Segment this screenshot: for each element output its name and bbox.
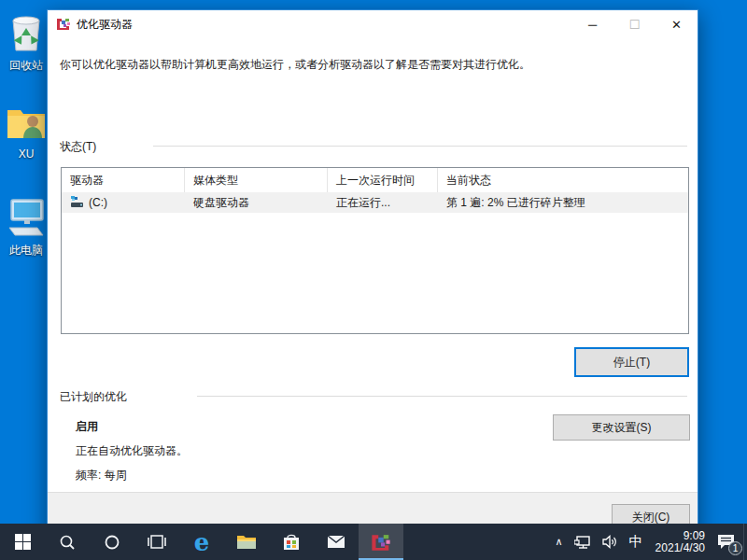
- network-icon[interactable]: [571, 524, 594, 560]
- task-view-icon: [148, 534, 166, 550]
- system-tray: ∧ 中 9:09 2021/4/30: [553, 524, 738, 560]
- this-pc-icon: [0, 198, 52, 240]
- volume-icon[interactable]: [599, 524, 621, 560]
- status-group-rule: [153, 146, 687, 147]
- column-header-current-status[interactable]: 当前状态: [438, 168, 660, 192]
- defragment-icon: [371, 531, 391, 552]
- schedule-detail: 正在自动优化驱动器。: [76, 443, 188, 459]
- mail-icon: [327, 535, 345, 549]
- edge-icon: e: [194, 530, 210, 554]
- start-button[interactable]: [0, 524, 45, 560]
- minimize-button[interactable]: ─: [571, 10, 613, 38]
- recycle-bin-icon: [0, 11, 52, 55]
- search-icon: [59, 534, 76, 551]
- task-view-button[interactable]: [134, 524, 179, 560]
- last-run-cell: 正在运行...: [328, 195, 438, 211]
- notification-badge: 1: [728, 541, 742, 555]
- action-center-button[interactable]: 1: [714, 524, 738, 560]
- search-button[interactable]: [45, 524, 90, 560]
- store-icon: [283, 533, 300, 551]
- mail-button[interactable]: [314, 524, 359, 560]
- cortana-button[interactable]: [90, 524, 134, 560]
- desktop-icon-recycle-bin[interactable]: 回收站: [0, 11, 52, 74]
- desktop: 回收站 XU 此电脑: [0, 0, 747, 560]
- stop-button[interactable]: 停止(T): [575, 348, 688, 376]
- title-bar[interactable]: 优化驱动器 ─ ☐ ✕: [48, 10, 698, 38]
- file-explorer-icon: [236, 534, 257, 551]
- media-type-cell: 硬盘驱动器: [185, 195, 328, 211]
- drives-table[interactable]: 驱动器 媒体类型 上一次运行时间 当前状态: [61, 167, 689, 334]
- windows-logo-icon: [15, 534, 31, 550]
- app-defrag-icon: [56, 16, 71, 34]
- table-header-row: 驱动器 媒体类型 上一次运行时间 当前状态: [62, 168, 688, 192]
- edge-button[interactable]: e: [179, 524, 224, 560]
- show-desktop-button[interactable]: [743, 524, 747, 560]
- desktop-icon-label: XU: [19, 147, 35, 161]
- change-settings-button[interactable]: 更改设置(S): [553, 414, 690, 441]
- current-status-cell: 第 1 遍: 2% 已进行碎片整理: [438, 195, 660, 211]
- description-text: 你可以优化驱动器以帮助计算机更高效地运行，或者分析驱动器以了解是否需要对其进行优…: [60, 57, 676, 73]
- window-body: 你可以优化驱动器以帮助计算机更高效地运行，或者分析驱动器以了解是否需要对其进行优…: [48, 38, 698, 503]
- hard-drive-icon: [70, 195, 84, 211]
- desktop-icon-label: 回收站: [9, 59, 43, 72]
- close-window-button[interactable]: ✕: [655, 10, 698, 38]
- schedule-group-label: 已计划的优化: [60, 389, 127, 405]
- store-button[interactable]: [269, 524, 314, 560]
- maximize-button: ☐: [613, 10, 655, 38]
- taskbar: e: [0, 524, 747, 560]
- column-header-last-run[interactable]: 上一次运行时间: [328, 168, 438, 192]
- desktop-icon-label: 此电脑: [9, 244, 43, 257]
- clock-time: 9:09: [655, 530, 705, 542]
- desktop-icon-user-folder[interactable]: XU: [0, 105, 52, 161]
- table-row[interactable]: (C:) 硬盘驱动器 正在运行... 第 1 遍: 2% 已进行碎片整理: [62, 192, 688, 213]
- desktop-icon-this-pc[interactable]: 此电脑: [0, 198, 52, 259]
- column-header-media-type[interactable]: 媒体类型: [185, 168, 328, 192]
- defragment-app-button[interactable]: [359, 524, 403, 560]
- optimize-drives-window: 优化驱动器 ─ ☐ ✕ 你可以优化驱动器以帮助计算机更高效地运行，或者分析驱动器…: [47, 9, 698, 537]
- cortana-icon: [104, 534, 120, 551]
- column-header-drive[interactable]: 驱动器: [62, 168, 185, 192]
- drive-name: (C:): [89, 196, 107, 209]
- tray-expand-chevron[interactable]: ∧: [553, 524, 566, 560]
- window-title: 优化驱动器: [77, 17, 133, 33]
- file-explorer-button[interactable]: [224, 524, 269, 560]
- schedule-group-rule: [197, 396, 687, 397]
- clock[interactable]: 9:09 2021/4/30: [652, 530, 709, 554]
- status-group-label: 状态(T): [60, 139, 96, 155]
- schedule-state: 启用: [76, 419, 98, 435]
- ime-indicator[interactable]: 中: [627, 524, 646, 560]
- schedule-frequency: 频率: 每周: [76, 468, 127, 483]
- clock-date: 2021/4/30: [655, 542, 705, 554]
- user-folder-icon: [0, 105, 52, 145]
